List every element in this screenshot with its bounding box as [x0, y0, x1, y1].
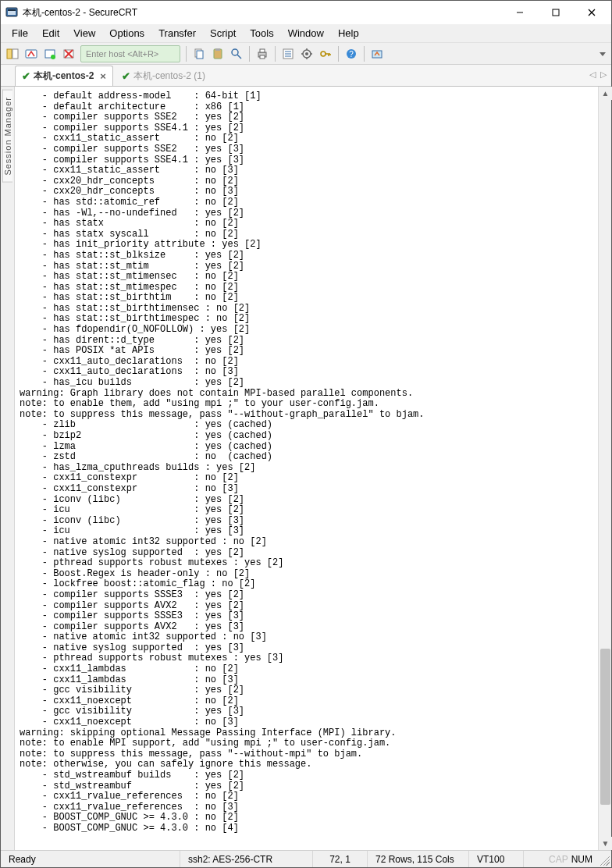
toolbar-separator — [186, 46, 187, 62]
host-input[interactable]: Enter host <Alt+R> — [80, 45, 180, 62]
tab-active[interactable]: ✔ 本机-centos-2 × — [15, 66, 113, 86]
svg-rect-22 — [260, 49, 265, 52]
connected-icon: ✔ — [22, 70, 30, 82]
side-panel-tab[interactable]: Session Manager — [1, 87, 15, 850]
copy-icon[interactable] — [190, 45, 208, 62]
tab-next-icon[interactable]: ▷ — [600, 69, 607, 80]
status-encryption: ssh2: AES-256-CTR — [180, 851, 313, 867]
app-icon — [5, 6, 18, 19]
toolbar-separator — [364, 46, 365, 62]
menu-script[interactable]: Script — [204, 25, 242, 41]
svg-rect-18 — [215, 48, 220, 51]
title-bar: 本机-centos-2 - SecureCRT — [1, 1, 611, 24]
menu-options[interactable]: Options — [103, 25, 151, 41]
app-window: 本机-centos-2 - SecureCRT FileEditViewOpti… — [0, 0, 612, 868]
help-icon[interactable]: ? — [343, 45, 360, 62]
host-placeholder: Enter host <Alt+R> — [86, 49, 158, 59]
tab-close-icon[interactable]: × — [100, 70, 106, 82]
quick-connect-icon[interactable] — [23, 45, 40, 62]
status-dimensions: 72 Rows, 115 Cols — [368, 851, 469, 867]
menu-tools[interactable]: Tools — [244, 25, 279, 41]
connected-icon: ✔ — [122, 70, 130, 82]
svg-rect-16 — [197, 51, 203, 59]
toolbar: Enter host <Alt+R> ? — [1, 43, 611, 65]
scroll-down-icon[interactable]: ▼ — [599, 837, 612, 850]
scroll-up-icon[interactable]: ▲ — [599, 87, 612, 100]
toolbar-separator — [249, 46, 250, 62]
svg-line-20 — [237, 55, 241, 59]
status-cursor: 72, 1 — [313, 851, 368, 867]
window-controls — [502, 1, 610, 24]
svg-rect-2 — [8, 9, 16, 11]
svg-rect-4 — [553, 9, 559, 16]
scroll-thumb[interactable] — [600, 649, 610, 805]
side-panel-label: Session Manager — [2, 90, 12, 183]
tab-label: 本机-centos-2 — [34, 69, 94, 83]
menu-help[interactable]: Help — [332, 25, 365, 41]
svg-rect-7 — [7, 49, 12, 59]
menu-bar: FileEditViewOptionsTransferScriptToolsWi… — [1, 24, 611, 43]
tab-inactive[interactable]: ✔ 本机-centos-2 (1) — [115, 66, 212, 86]
svg-point-29 — [305, 52, 308, 55]
settings-icon[interactable] — [298, 45, 315, 62]
disconnect-icon[interactable] — [60, 45, 77, 62]
menu-view[interactable]: View — [67, 25, 101, 41]
close-button[interactable] — [574, 1, 610, 24]
status-num: NUM — [571, 854, 592, 865]
status-bar: Ready ssh2: AES-256-CTR 72, 1 72 Rows, 1… — [1, 850, 611, 867]
window-title: 本机-centos-2 - SecureCRT — [23, 6, 502, 20]
toolbar-separator — [275, 46, 276, 62]
menu-edit[interactable]: Edit — [36, 25, 66, 41]
svg-rect-23 — [260, 55, 265, 59]
menu-window[interactable]: Window — [282, 25, 330, 41]
toolbar-overflow-icon[interactable] — [597, 48, 608, 59]
svg-point-11 — [51, 55, 55, 59]
key-icon[interactable] — [317, 45, 334, 62]
resize-grip-icon[interactable] — [597, 853, 610, 866]
find-icon[interactable] — [228, 45, 245, 62]
menu-transfer[interactable]: Transfer — [152, 25, 202, 41]
svg-rect-8 — [12, 49, 18, 59]
print-icon[interactable] — [254, 45, 271, 62]
terminal-wrapper: - default address-model : 64-bit [1] - d… — [15, 87, 611, 850]
maximize-button[interactable] — [538, 1, 574, 24]
svg-point-19 — [232, 49, 238, 55]
status-caps-num: CAP NUM — [541, 851, 596, 867]
svg-text:?: ? — [349, 50, 354, 59]
svg-point-34 — [321, 52, 326, 56]
tab-bar: ✔ 本机-centos-2 × ✔ 本机-centos-2 (1) ◁ ▷ — [1, 65, 611, 87]
status-cap: CAP — [549, 854, 568, 865]
terminal-output: - default address-model : 64-bit [1] - d… — [20, 91, 595, 834]
paste-icon[interactable] — [209, 45, 226, 62]
connect-tab-icon[interactable] — [41, 45, 59, 62]
scrollbar[interactable]: ▲ ▼ — [598, 87, 611, 850]
status-ready: Ready — [1, 851, 180, 867]
session-manager-icon[interactable] — [4, 45, 21, 62]
tab-nav: ◁ ▷ — [589, 69, 607, 80]
toolbar-separator — [338, 46, 339, 62]
tab-label: 本机-centos-2 (1) — [133, 69, 205, 83]
body: Session Manager - default address-model … — [1, 87, 611, 850]
securefx-icon[interactable] — [368, 45, 386, 62]
tab-prev-icon[interactable]: ◁ — [589, 69, 596, 80]
properties-icon[interactable] — [279, 45, 297, 62]
terminal[interactable]: - default address-model : 64-bit [1] - d… — [15, 87, 598, 850]
status-term-type: VT100 — [469, 851, 524, 867]
menu-file[interactable]: File — [5, 25, 34, 41]
minimize-button[interactable] — [502, 1, 538, 24]
